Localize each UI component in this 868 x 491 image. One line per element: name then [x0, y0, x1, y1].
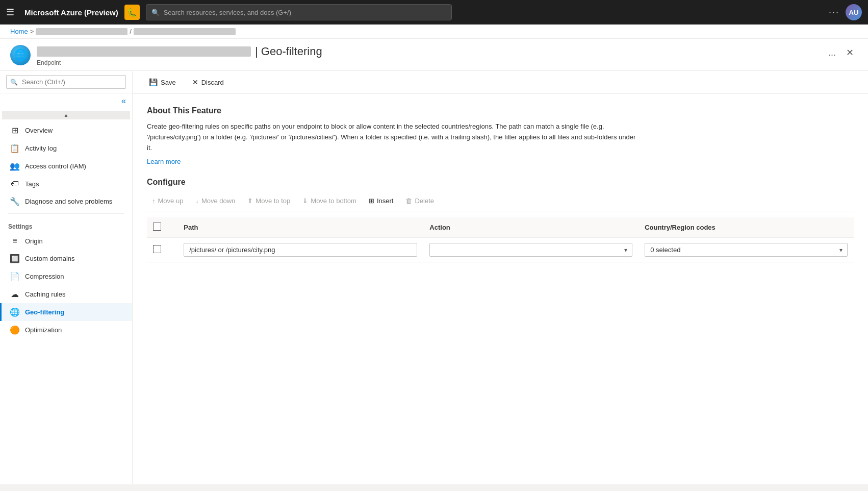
- move-down-icon: ↓: [195, 197, 199, 205]
- breadcrumb-home[interactable]: Home: [10, 28, 28, 35]
- row-country-cell: 0 selected: [639, 238, 854, 262]
- scroll-indicator: ▲: [0, 109, 132, 121]
- compression-icon: 📄: [10, 272, 20, 281]
- sidebar-item-caching-rules[interactable]: ☁ Caching rules: [0, 285, 132, 303]
- access-control-icon: 👥: [10, 161, 20, 171]
- sidebar-search-icon: 🔍: [10, 79, 18, 86]
- save-button[interactable]: 💾 Save: [145, 76, 180, 88]
- top-navigation: ☰ Microsoft Azure (Preview) 🐛 🔍 ··· AU: [0, 0, 868, 24]
- select-all-checkbox[interactable]: [153, 223, 161, 231]
- move-to-top-button[interactable]: ⇑ Move to top: [242, 195, 295, 207]
- caching-rules-icon: ☁: [10, 289, 20, 299]
- discard-icon: ✕: [192, 78, 198, 86]
- sidebar-item-access-control[interactable]: 👥 Access control (IAM): [0, 157, 132, 175]
- row-checkbox[interactable]: [153, 245, 161, 253]
- globe-icon: 🌐: [10, 45, 31, 65]
- learn-more-link[interactable]: Learn more: [147, 158, 181, 165]
- breadcrumb-sep-1: >: [30, 28, 34, 35]
- sidebar-item-label: Diagnose and solve problems: [25, 198, 112, 205]
- sidebar-item-custom-domains[interactable]: 🔲 Custom domains: [0, 250, 132, 267]
- sidebar-item-label: Activity log: [25, 144, 57, 152]
- table-header: Path Action Country/Region codes: [147, 217, 854, 238]
- close-button[interactable]: ✕: [842, 45, 858, 60]
- title-row: | Geo-filtering: [37, 45, 818, 58]
- sidebar-item-label: Overview: [25, 127, 53, 134]
- row-path-cell: [177, 238, 423, 262]
- header-country-codes: Country/Region codes: [639, 217, 854, 238]
- move-to-bottom-button[interactable]: ⇓ Move to bottom: [297, 195, 362, 207]
- sidebar-item-origin[interactable]: ≡ Origin: [0, 232, 132, 250]
- insert-button[interactable]: ⊞ Insert: [364, 195, 399, 207]
- search-icon: 🔍: [151, 9, 160, 16]
- sidebar-divider: [8, 213, 124, 214]
- page-header: 🌐 | Geo-filtering Endpoint ... ✕: [0, 39, 868, 71]
- sidebar-item-activity-log[interactable]: 📋 Activity log: [0, 139, 132, 157]
- move-up-button[interactable]: ↑ Move up: [147, 195, 188, 207]
- discard-button[interactable]: ✕ Discard: [188, 76, 228, 88]
- sidebar-item-label: Access control (IAM): [25, 162, 86, 170]
- endpoint-title-blurred: [37, 46, 251, 57]
- global-search-input[interactable]: [164, 9, 446, 16]
- delete-button[interactable]: 🗑 Delete: [400, 195, 439, 207]
- table-body: Block Allow 0 selected: [147, 238, 854, 262]
- sidebar-search-input[interactable]: [6, 75, 126, 89]
- move-down-button[interactable]: ↓ Move down: [190, 195, 240, 207]
- sidebar-item-compression[interactable]: 📄 Compression: [0, 267, 132, 285]
- layout: 🔍 « ▲ ⊞ Overview 📋 Activity log 👥 Access…: [0, 71, 868, 484]
- sidebar-collapse-button[interactable]: «: [121, 96, 126, 106]
- optimization-icon: 🟠: [10, 325, 20, 335]
- path-input[interactable]: [184, 243, 417, 257]
- global-search-bar[interactable]: 🔍: [146, 4, 452, 20]
- save-icon: 💾: [149, 78, 158, 86]
- sidebar-item-label: Optimization: [25, 326, 62, 334]
- breadcrumb-sep-2: /: [130, 28, 132, 35]
- sidebar: 🔍 « ▲ ⊞ Overview 📋 Activity log 👥 Access…: [0, 71, 133, 484]
- more-options-icon[interactable]: ···: [829, 7, 839, 18]
- delete-icon: 🗑: [405, 197, 412, 205]
- table-header-row: Path Action Country/Region codes: [147, 217, 854, 238]
- header-checkbox-cell: [147, 217, 177, 238]
- page-subtitle: Endpoint: [37, 59, 818, 66]
- activity-log-icon: 📋: [10, 143, 20, 153]
- sidebar-item-label: Custom domains: [25, 255, 75, 262]
- sidebar-settings-label: Settings: [0, 217, 132, 232]
- scroll-up-button[interactable]: ▲: [2, 111, 130, 119]
- avatar[interactable]: AU: [846, 4, 862, 20]
- content-body: About This Feature Create geo-filtering …: [133, 94, 868, 484]
- diagnose-icon: 🔧: [10, 197, 20, 206]
- sidebar-item-label: Compression: [25, 273, 64, 280]
- bug-icon[interactable]: 🐛: [124, 5, 140, 20]
- country-dropdown[interactable]: 0 selected: [645, 243, 848, 257]
- sidebar-item-label: Caching rules: [25, 290, 66, 298]
- save-discard-toolbar: 💾 Save ✕ Discard: [133, 71, 868, 94]
- geo-filtering-table: Path Action Country/Region codes: [147, 217, 854, 262]
- breadcrumb-link-2[interactable]: [134, 28, 236, 35]
- sidebar-item-label: Tags: [25, 180, 39, 188]
- sidebar-item-diagnose[interactable]: 🔧 Diagnose and solve problems: [0, 192, 132, 210]
- overview-icon: ⊞: [10, 126, 20, 135]
- origin-icon: ≡: [10, 236, 20, 245]
- sidebar-search-wrap: 🔍: [6, 75, 126, 89]
- page-title-suffix: | Geo-filtering: [255, 45, 322, 58]
- insert-icon: ⊞: [369, 197, 374, 205]
- breadcrumb-link-1[interactable]: [36, 28, 127, 35]
- tags-icon: 🏷: [10, 179, 20, 188]
- sidebar-item-label: Geo-filtering: [25, 308, 64, 316]
- about-description: Create geo-filtering rules on specific p…: [147, 121, 636, 153]
- action-toolbar: ↑ Move up ↓ Move down ⇑ Move to top ⇓ Mo…: [147, 195, 854, 211]
- title-area: | Geo-filtering Endpoint: [37, 45, 818, 66]
- sidebar-item-overview[interactable]: ⊞ Overview: [0, 121, 132, 139]
- table-row: Block Allow 0 selected: [147, 238, 854, 262]
- geo-filtering-icon: 🌐: [10, 307, 20, 317]
- about-title: About This Feature: [147, 106, 854, 115]
- sidebar-item-optimization[interactable]: 🟠 Optimization: [0, 321, 132, 339]
- move-to-top-icon: ⇑: [247, 197, 253, 205]
- sidebar-item-tags[interactable]: 🏷 Tags: [0, 175, 132, 192]
- row-action-cell: Block Allow: [423, 238, 639, 262]
- more-options-button[interactable]: ...: [824, 45, 840, 60]
- sidebar-collapse-area: «: [0, 93, 132, 109]
- sidebar-item-geo-filtering[interactable]: 🌐 Geo-filtering: [0, 303, 132, 321]
- action-dropdown[interactable]: Block Allow: [429, 243, 632, 257]
- hamburger-menu[interactable]: ☰: [6, 7, 14, 18]
- row-checkbox-cell: [147, 238, 177, 262]
